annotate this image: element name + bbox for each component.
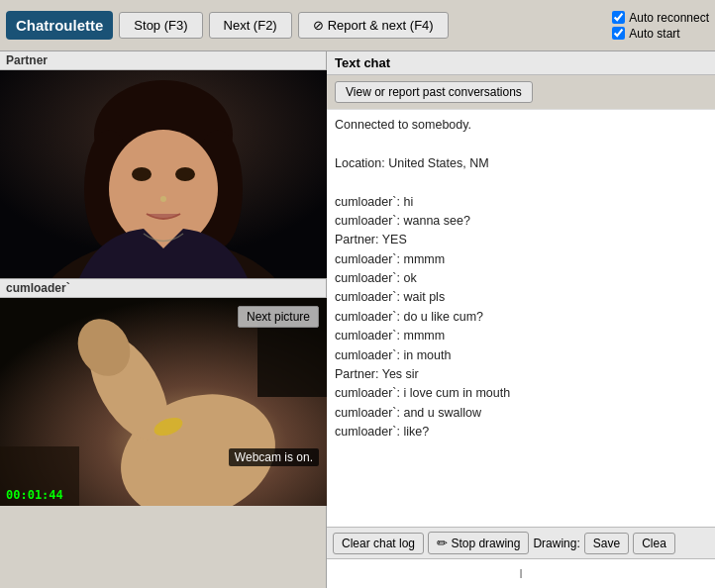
- right-panel: Text chat View or report past conversati…: [327, 51, 715, 588]
- auto-start-label[interactable]: Auto start: [612, 27, 709, 41]
- pencil-icon: [437, 537, 448, 550]
- auto-reconnect-label[interactable]: Auto reconnect: [612, 11, 709, 25]
- my-label: cumloader`: [0, 279, 326, 298]
- svg-point-8: [109, 130, 218, 248]
- partner-label: Partner: [0, 51, 326, 70]
- view-report-button[interactable]: View or report past conversations: [335, 81, 533, 103]
- partner-section: Partner: [0, 51, 326, 279]
- chat-message: Location: United States, NM: [335, 154, 707, 173]
- chat-message: cumloader`: wanna see?: [335, 212, 707, 231]
- chat-message: Partner: YES: [335, 231, 707, 249]
- options-panel: Auto reconnect Auto start: [612, 11, 709, 41]
- stop-button[interactable]: Stop (F3): [119, 12, 202, 39]
- partner-video-bg: [0, 70, 327, 278]
- left-panel: Partner: [0, 51, 327, 588]
- chat-input[interactable]: [333, 566, 709, 581]
- chat-message: Connected to somebody.: [335, 116, 707, 135]
- report-icon: ⊘: [313, 18, 324, 33]
- svg-point-10: [175, 167, 195, 181]
- svg-point-9: [132, 167, 152, 181]
- partner-video: [0, 70, 327, 278]
- clear-drawing-button[interactable]: Clea: [633, 533, 675, 554]
- chat-message: cumloader`: do u like cum?: [335, 308, 707, 327]
- chat-message: cumloader`: i love cum in mouth: [335, 384, 707, 403]
- timer: 00:01:44: [6, 488, 63, 502]
- top-bar: Chatroulette Stop (F3) Next (F2) ⊘ Repor…: [0, 0, 715, 51]
- webcam-status: Webcam is on.: [229, 448, 319, 466]
- my-video-section: cumloader`: [0, 279, 326, 588]
- chat-message: cumloader`: hi: [335, 193, 707, 212]
- chat-message: cumloader`: wait pls: [335, 288, 707, 307]
- chat-message: cumloader`: in mouth: [335, 346, 707, 365]
- chat-input-row: [327, 558, 715, 588]
- svg-point-11: [160, 196, 166, 202]
- my-video: Next picture Webcam is on. 00:01:44: [0, 298, 327, 506]
- main-area: Partner: [0, 51, 715, 588]
- auto-start-checkbox[interactable]: [612, 27, 625, 40]
- next-button[interactable]: Next (F2): [209, 12, 292, 39]
- report-next-button[interactable]: ⊘ Report & next (F4): [298, 12, 449, 39]
- clear-chat-button[interactable]: Clear chat log: [333, 533, 424, 554]
- chat-message: cumloader`: mmmm: [335, 327, 707, 345]
- chat-bottom-bar: Clear chat log Stop drawing Drawing: Sav…: [327, 527, 715, 558]
- my-video-svg: [0, 298, 327, 506]
- chat-message: cumloader`: like?: [335, 423, 707, 441]
- chat-header: Text chat: [327, 51, 715, 75]
- partner-video-svg: [0, 70, 327, 278]
- chat-message: cumloader`: and u swallow: [335, 404, 707, 423]
- next-picture-button[interactable]: Next picture: [238, 306, 319, 328]
- stop-drawing-button[interactable]: Stop drawing: [428, 532, 529, 554]
- chat-message: cumloader`: mmmm: [335, 250, 707, 269]
- auto-reconnect-checkbox[interactable]: [612, 11, 625, 24]
- chat-messages: Connected to somebody.Location: United S…: [327, 110, 715, 527]
- view-report-row: View or report past conversations: [327, 75, 715, 110]
- chat-message: cumloader`: ok: [335, 269, 707, 288]
- chat-message: Partner: Yes sir: [335, 365, 707, 384]
- logo: Chatroulette: [6, 11, 113, 40]
- drawing-label: Drawing:: [533, 537, 579, 550]
- save-button[interactable]: Save: [584, 533, 629, 554]
